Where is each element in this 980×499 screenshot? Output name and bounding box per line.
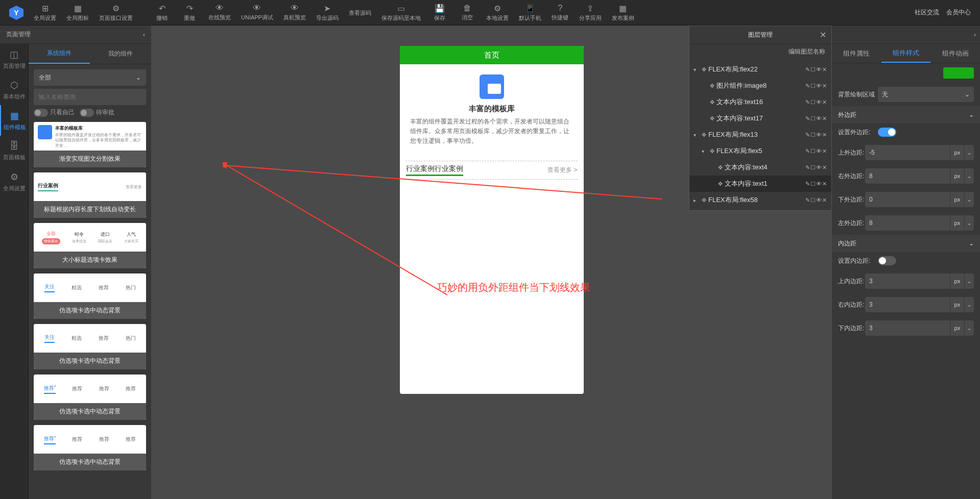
layer-node-8[interactable]: ▸ ✥ FLEX布局:flex58 ✎☐👁✕ [689, 192, 831, 208]
toolbar-11[interactable]: 💾 保存 [426, 2, 453, 24]
close-icon[interactable]: ✕ [820, 30, 826, 40]
toolbar-16[interactable]: ⇪ 分享应用 [574, 2, 607, 24]
sidebar-0[interactable]: ◫ 页面管理 [0, 44, 28, 74]
layer-caret-0[interactable]: ▾ [694, 67, 700, 72]
template-card-3[interactable]: 关注精选推荐热门仿选项卡选中动态背景 [34, 273, 146, 319]
sidebar-1[interactable]: ⬡ 基本组件 [0, 74, 28, 105]
inner-padding-section[interactable]: 内边距 ⌄ [832, 235, 980, 252]
layer-node-6[interactable]: ✥ 文本内容:text4 ✎☐👁✕ [689, 159, 831, 176]
outer-margin-section[interactable]: 外边距 ⌄ [832, 106, 980, 123]
search-input[interactable] [39, 93, 141, 101]
toolbar-8[interactable]: ➤ 导出源码 [311, 2, 344, 24]
layer-caret-4[interactable]: ▾ [694, 132, 700, 138]
template-card-4[interactable]: 关注精选推荐热门仿选项卡选中动态背景 [34, 324, 146, 369]
inner-caret-2[interactable]: ⌄ [964, 320, 974, 336]
edit-layer-name[interactable]: 编辑图层名称 [689, 44, 831, 59]
toolbar-14[interactable]: 📱 默认手机 [514, 2, 546, 24]
layer-actions-3[interactable]: ✎☐👁✕ [805, 115, 827, 122]
template-card[interactable]: 丰富的模板库 丰富的组件覆盖开发过程的各个需求，开发者可以随意组合组件库。众多常… [400, 64, 584, 157]
toolbar-5[interactable]: 👁 在线预览 [203, 2, 236, 23]
layer-actions-6[interactable]: ✎☐👁✕ [805, 164, 827, 171]
component-tab-0[interactable]: 系统组件 [29, 44, 90, 64]
set-inner-switch[interactable] [878, 256, 896, 265]
layer-actions-1[interactable]: ✎☐👁✕ [805, 83, 827, 89]
toolbar-0[interactable]: ⊞ 全局设置 [29, 2, 61, 24]
toolbar-7[interactable]: 👁 真机预览 [278, 2, 311, 23]
outer-caret-3[interactable]: ⌄ [964, 215, 974, 231]
outer-input-2[interactable] [865, 192, 950, 207]
collapse-icon[interactable]: ‹ [143, 31, 145, 38]
outer-input-3[interactable] [865, 215, 950, 231]
layer-node-5[interactable]: ▾ ✥ FLEX布局:flex5 ✎☐👁✕ [689, 143, 831, 159]
layer-actions-5[interactable]: ✎☐👁✕ [805, 148, 827, 155]
outer-input-0[interactable] [865, 145, 950, 160]
toolbar-17[interactable]: ▦ 发布案例 [607, 2, 639, 24]
move-icon[interactable]: ✥ [702, 66, 706, 73]
toolbar-1[interactable]: ▦ 全局图标 [61, 2, 94, 24]
layer-node-0[interactable]: ▾ ✥ FLEX布局:flex22 ✎☐👁✕ [689, 61, 831, 78]
inner-caret-0[interactable]: ⌄ [964, 273, 974, 289]
toolbar-13[interactable]: ⚙ 本地设置 [481, 2, 514, 24]
inner-input-1[interactable] [865, 297, 950, 312]
right-tab-1[interactable]: 组件样式 [881, 44, 931, 63]
template-card-5[interactable]: 推荐•推荐推荐推荐仿选项卡选中动态背景 [34, 375, 146, 420]
outer-caret-1[interactable]: ⌄ [964, 168, 974, 184]
layer-node-3[interactable]: ✥ 文本内容:text17 ✎☐👁✕ [689, 110, 831, 127]
move-icon[interactable]: ✥ [718, 181, 723, 187]
toolbar-9[interactable]: 查看源码 [344, 6, 376, 19]
section-more[interactable]: 查看更多 > [547, 166, 577, 174]
toggle-own[interactable] [34, 109, 48, 117]
toolbar-10[interactable]: ▭ 保存源码至本地 [376, 2, 426, 24]
toolbar-15[interactable]: ? 快捷键 [546, 2, 574, 23]
move-icon[interactable]: ✥ [702, 197, 706, 204]
move-icon[interactable]: ✥ [702, 132, 706, 138]
layer-actions-8[interactable]: ✎☐👁✕ [805, 197, 827, 204]
layer-caret-8[interactable]: ▸ [694, 197, 700, 203]
template-card-0[interactable]: 丰富的模板库丰富的组件覆盖开发过程的各个需求，开发者可以随意组合组件库，众多常用… [34, 122, 146, 167]
move-icon[interactable]: ✥ [710, 148, 714, 155]
outer-caret-0[interactable]: ⌄ [964, 145, 974, 160]
toolbar-4[interactable]: ↷ 重做 [176, 2, 203, 24]
toolbar-6[interactable]: 👁 UNIAPP调试 [236, 2, 278, 23]
layer-actions-0[interactable]: ✎☐👁✕ [805, 66, 827, 73]
section-row[interactable]: 行业案例行业案例 查看更多 > [406, 161, 578, 180]
category-select[interactable]: 全部 ⌄ [34, 69, 146, 86]
expand-icon[interactable]: › [974, 31, 976, 38]
layer-node-1[interactable]: ✥ 图片组件:image8 ✎☐👁✕ [689, 78, 831, 94]
right-tab-2[interactable]: 组件动画 [930, 44, 980, 63]
top-link-1[interactable]: 会员中心 [946, 8, 971, 17]
component-tab-1[interactable]: 我的组件 [90, 44, 151, 64]
toolbar-3[interactable]: ↶ 撤销 [148, 2, 176, 24]
layer-actions-7[interactable]: ✎☐👁✕ [805, 181, 827, 187]
move-icon[interactable]: ✥ [710, 99, 714, 106]
bg-area-select[interactable]: 无 ⌄ [878, 87, 974, 102]
template-card-icon [480, 74, 504, 99]
inner-input-0[interactable] [865, 273, 950, 289]
toolbar-12[interactable]: 🗑 消空 [453, 2, 481, 23]
sidebar-2[interactable]: ▦ 组件模板 [0, 105, 28, 136]
outer-caret-2[interactable]: ⌄ [964, 192, 974, 207]
layer-node-4[interactable]: ▾ ✥ FLEX布局:flex13 ✎☐👁✕ [689, 127, 831, 143]
move-icon[interactable]: ✥ [710, 115, 714, 122]
layer-actions-2[interactable]: ✎☐👁✕ [805, 99, 827, 106]
layer-node-2[interactable]: ✥ 文本内容:text16 ✎☐👁✕ [689, 94, 831, 110]
template-card-2[interactable]: 全部猜你喜欢时令当季优选进口国际直采人气大家在买大小标题选项卡效果 [34, 223, 146, 268]
top-link-0[interactable]: 社区交流 [915, 8, 939, 17]
layer-caret-5[interactable]: ▾ [702, 148, 708, 154]
set-outer-switch[interactable] [878, 128, 896, 137]
outer-input-1[interactable] [865, 168, 950, 184]
move-icon[interactable]: ✥ [710, 83, 714, 89]
sidebar-3[interactable]: 🗄 页面模板 [0, 136, 28, 166]
layer-node-7[interactable]: ✥ 文本内容:text1 ✎☐👁✕ [689, 176, 831, 192]
template-card-6[interactable]: 推荐•推荐推荐推荐仿选项卡选中动态背景 [34, 425, 146, 470]
toggle-pending[interactable] [80, 109, 94, 117]
layer-actions-4[interactable]: ✎☐👁✕ [805, 132, 827, 138]
bg-color-chip[interactable] [943, 67, 974, 79]
toolbar-2[interactable]: ⚙ 页面接口设置 [94, 2, 138, 24]
sidebar-4[interactable]: ⚙ 全局设置 [0, 166, 28, 197]
right-tab-0[interactable]: 组件属性 [832, 44, 881, 63]
inner-caret-1[interactable]: ⌄ [964, 297, 974, 312]
move-icon[interactable]: ✥ [718, 164, 723, 171]
inner-input-2[interactable] [865, 320, 950, 336]
template-card-1[interactable]: 行业案例查看更多标题根据内容长度下划线自动变长 [34, 172, 146, 218]
